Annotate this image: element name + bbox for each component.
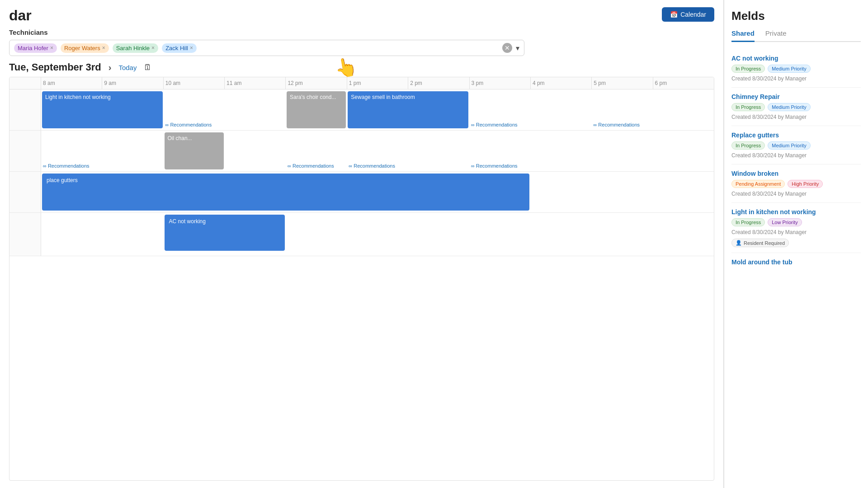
clear-filters-button[interactable]: ✕ — [502, 43, 512, 53]
time-header-4pm: 4 pm — [531, 77, 592, 89]
meld-card-gutters: Replace gutters In Progress Medium Prior… — [731, 126, 861, 164]
calendar-date: Tue, September 3rd — [9, 61, 101, 73]
calendar-icon: 📅 — [670, 11, 678, 18]
calendar-row-2: ∞ Recommendations Oil chan... ∞ Recommen… — [9, 131, 714, 172]
person-icon: 👤 — [736, 240, 742, 246]
meld-meta-light: Created 8/30/2024 by Manager — [731, 229, 861, 235]
remove-zack-icon[interactable]: × — [190, 45, 193, 51]
calendar-picker-button[interactable]: 🗓 — [144, 63, 152, 72]
recs-link-col3-r1[interactable]: ∞ Recommendations — [165, 122, 212, 127]
badge-status-window: Pending Assignment — [731, 180, 785, 188]
meld-title-ac[interactable]: AC not working — [731, 55, 861, 62]
badge-status-chimney: In Progress — [731, 103, 765, 111]
badge-priority-chimney: Medium Priority — [768, 103, 810, 111]
time-header-9am: 9 am — [102, 77, 163, 89]
event-oil-change[interactable]: Oil chan... — [165, 132, 224, 169]
meld-title-mold[interactable]: Mold around the tub — [731, 258, 861, 266]
event-sewage-smell[interactable]: Sewage smell in bathroom — [348, 91, 468, 128]
tech-tag-roger[interactable]: Roger Waters × — [61, 43, 109, 53]
remove-roger-icon[interactable]: × — [102, 45, 105, 51]
meld-title-chimney[interactable]: Chimney Repair — [731, 93, 861, 100]
meld-meta-chimney: Created 8/30/2024 by Manager — [731, 114, 861, 120]
recs-link-col10-r1[interactable]: ∞ Recommendations — [593, 122, 640, 127]
remove-sarah-icon[interactable]: × — [151, 45, 155, 51]
meld-title-light[interactable]: Light in kitchen not working — [731, 208, 861, 216]
tab-shared[interactable]: Shared — [731, 29, 755, 42]
meld-card-chimney: Chimney Repair In Progress Medium Priori… — [731, 88, 861, 126]
tech-tag-zack[interactable]: Zack Hill × — [162, 43, 197, 53]
sidebar-tabs: Shared Private — [731, 29, 861, 42]
tab-private[interactable]: Private — [765, 29, 787, 41]
calendar-grid: 8 am 9 am 10 am 11 am 12 pm 1 pm 2 pm 3 … — [9, 77, 714, 481]
meld-card-mold: Mold around the tub — [731, 253, 861, 271]
recs-link-col5-r2[interactable]: ∞ Recommendations — [288, 163, 334, 169]
recs-link-col6-r2[interactable]: ∞ Recommendations — [349, 163, 395, 169]
calendar-row-4: AC not working — [9, 213, 714, 256]
technicians-section: Technicians Maria Hofer × Roger Waters ×… — [9, 28, 714, 56]
meld-meta-window: Created 8/30/2024 by Manager — [731, 191, 861, 197]
time-header-3pm: 3 pm — [470, 77, 531, 89]
badge-priority-gutters: Medium Priority — [768, 141, 810, 150]
badge-status-gutters: In Progress — [731, 141, 765, 150]
time-header-10am: 10 am — [164, 77, 225, 89]
time-header-1pm: 1 pm — [347, 77, 408, 89]
calendar-nav: Tue, September 3rd › Today 🗓 👆 — [9, 61, 714, 73]
meld-meta-gutters: Created 8/30/2024 by Manager — [731, 152, 861, 159]
expand-filters-button[interactable]: ▾ — [516, 44, 519, 52]
badge-priority-ac: Medium Priority — [768, 65, 810, 73]
event-light-kitchen[interactable]: Light in kitchen not working — [42, 91, 163, 128]
event-ac-not-working[interactable]: AC not working — [165, 215, 285, 251]
sidebar-title: Melds — [731, 9, 861, 23]
tech-tag-sarah[interactable]: Sarah Hinkle × — [113, 43, 158, 53]
meld-card-ac: AC not working In Progress Medium Priori… — [731, 49, 861, 88]
today-button[interactable]: Today — [118, 64, 137, 71]
tech-tag-maria[interactable]: Maria Hofer × — [14, 43, 57, 53]
calendar-header-row: 8 am 9 am 10 am 11 am 12 pm 1 pm 2 pm 3 … — [9, 77, 714, 89]
time-header-5pm: 5 pm — [592, 77, 653, 89]
badge-status-ac: In Progress — [731, 65, 765, 73]
meld-card-light: Light in kitchen not working In Progress… — [731, 203, 861, 253]
technicians-label: Technicians — [9, 28, 714, 36]
time-header-11am: 11 am — [225, 77, 286, 89]
sidebar: Melds Shared Private AC not working In P… — [723, 0, 868, 488]
recs-link-col8-r2[interactable]: ∞ Recommendations — [471, 163, 518, 169]
time-header-12pm: 12 pm — [286, 77, 347, 89]
time-header-6pm: 6 pm — [653, 77, 714, 89]
recs-link-col8-r1[interactable]: ∞ Recommendations — [471, 122, 518, 127]
next-day-button[interactable]: › — [108, 62, 112, 73]
event-saras-choir[interactable]: Sara's choir cond... — [287, 91, 346, 128]
time-header-8am: 8 am — [41, 77, 102, 89]
page-title: dar — [9, 7, 714, 24]
meld-title-gutters[interactable]: Replace gutters — [731, 131, 861, 139]
calendar-row-3: place gutters — [9, 172, 714, 213]
badge-status-light: In Progress — [731, 218, 765, 226]
meld-card-window: Window broken Pending Assignment High Pr… — [731, 164, 861, 203]
calendar-row-1: Light in kitchen not working ∞ Recommend… — [9, 89, 714, 131]
badge-priority-light: Low Priority — [768, 218, 802, 226]
hand-cursor-decoration: 👆 — [333, 55, 359, 80]
recs-link-col1-r2[interactable]: ∞ Recommendations — [43, 163, 90, 169]
time-header-2pm: 2 pm — [408, 77, 469, 89]
calendar-button[interactable]: 📅 Calendar — [662, 7, 714, 22]
meld-meta-ac: Created 8/30/2024 by Manager — [731, 75, 861, 82]
event-replace-gutters[interactable]: place gutters — [42, 174, 529, 211]
badge-priority-window: High Priority — [788, 180, 823, 188]
technicians-filter: Maria Hofer × Roger Waters × Sarah Hinkl… — [9, 40, 524, 56]
resident-required-badge: 👤 Resident Required — [731, 239, 789, 247]
remove-maria-icon[interactable]: × — [50, 45, 53, 51]
meld-title-window[interactable]: Window broken — [731, 170, 861, 177]
